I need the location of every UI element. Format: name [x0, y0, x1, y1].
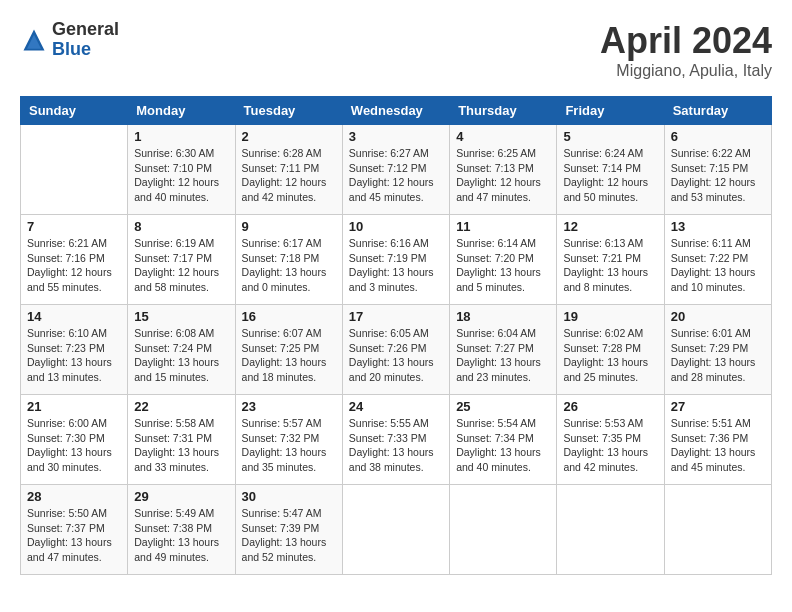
day-cell: 27Sunrise: 5:51 AMSunset: 7:36 PMDayligh… — [664, 395, 771, 485]
title-block: April 2024 Miggiano, Apulia, Italy — [600, 20, 772, 80]
day-info: Sunrise: 5:54 AMSunset: 7:34 PMDaylight:… — [456, 416, 550, 475]
day-info: Sunrise: 6:16 AMSunset: 7:19 PMDaylight:… — [349, 236, 443, 295]
day-number: 18 — [456, 309, 550, 324]
day-info: Sunrise: 6:05 AMSunset: 7:26 PMDaylight:… — [349, 326, 443, 385]
day-cell — [664, 485, 771, 575]
day-number: 30 — [242, 489, 336, 504]
day-number: 23 — [242, 399, 336, 414]
day-number: 1 — [134, 129, 228, 144]
day-number: 13 — [671, 219, 765, 234]
calendar-table: SundayMondayTuesdayWednesdayThursdayFrid… — [20, 96, 772, 575]
day-info: Sunrise: 6:11 AMSunset: 7:22 PMDaylight:… — [671, 236, 765, 295]
col-header-friday: Friday — [557, 97, 664, 125]
day-cell: 9Sunrise: 6:17 AMSunset: 7:18 PMDaylight… — [235, 215, 342, 305]
day-number: 17 — [349, 309, 443, 324]
day-info: Sunrise: 6:30 AMSunset: 7:10 PMDaylight:… — [134, 146, 228, 205]
day-number: 21 — [27, 399, 121, 414]
day-info: Sunrise: 6:19 AMSunset: 7:17 PMDaylight:… — [134, 236, 228, 295]
day-info: Sunrise: 6:17 AMSunset: 7:18 PMDaylight:… — [242, 236, 336, 295]
day-info: Sunrise: 5:51 AMSunset: 7:36 PMDaylight:… — [671, 416, 765, 475]
week-row-3: 14Sunrise: 6:10 AMSunset: 7:23 PMDayligh… — [21, 305, 772, 395]
day-number: 9 — [242, 219, 336, 234]
day-number: 10 — [349, 219, 443, 234]
day-number: 19 — [563, 309, 657, 324]
day-info: Sunrise: 6:10 AMSunset: 7:23 PMDaylight:… — [27, 326, 121, 385]
day-cell: 21Sunrise: 6:00 AMSunset: 7:30 PMDayligh… — [21, 395, 128, 485]
day-number: 20 — [671, 309, 765, 324]
day-cell: 10Sunrise: 6:16 AMSunset: 7:19 PMDayligh… — [342, 215, 449, 305]
day-cell: 13Sunrise: 6:11 AMSunset: 7:22 PMDayligh… — [664, 215, 771, 305]
day-cell: 3Sunrise: 6:27 AMSunset: 7:12 PMDaylight… — [342, 125, 449, 215]
day-info: Sunrise: 6:13 AMSunset: 7:21 PMDaylight:… — [563, 236, 657, 295]
day-cell: 25Sunrise: 5:54 AMSunset: 7:34 PMDayligh… — [450, 395, 557, 485]
col-header-wednesday: Wednesday — [342, 97, 449, 125]
day-info: Sunrise: 6:28 AMSunset: 7:11 PMDaylight:… — [242, 146, 336, 205]
col-header-thursday: Thursday — [450, 97, 557, 125]
day-cell: 14Sunrise: 6:10 AMSunset: 7:23 PMDayligh… — [21, 305, 128, 395]
day-number: 4 — [456, 129, 550, 144]
day-number: 29 — [134, 489, 228, 504]
week-row-2: 7Sunrise: 6:21 AMSunset: 7:16 PMDaylight… — [21, 215, 772, 305]
day-info: Sunrise: 6:08 AMSunset: 7:24 PMDaylight:… — [134, 326, 228, 385]
day-number: 16 — [242, 309, 336, 324]
day-cell: 30Sunrise: 5:47 AMSunset: 7:39 PMDayligh… — [235, 485, 342, 575]
day-cell: 19Sunrise: 6:02 AMSunset: 7:28 PMDayligh… — [557, 305, 664, 395]
calendar-header-row: SundayMondayTuesdayWednesdayThursdayFrid… — [21, 97, 772, 125]
col-header-sunday: Sunday — [21, 97, 128, 125]
day-cell: 2Sunrise: 6:28 AMSunset: 7:11 PMDaylight… — [235, 125, 342, 215]
day-number: 15 — [134, 309, 228, 324]
day-info: Sunrise: 6:25 AMSunset: 7:13 PMDaylight:… — [456, 146, 550, 205]
col-header-monday: Monday — [128, 97, 235, 125]
logo-icon — [20, 26, 48, 54]
day-cell: 29Sunrise: 5:49 AMSunset: 7:38 PMDayligh… — [128, 485, 235, 575]
day-info: Sunrise: 5:58 AMSunset: 7:31 PMDaylight:… — [134, 416, 228, 475]
day-number: 26 — [563, 399, 657, 414]
day-cell: 12Sunrise: 6:13 AMSunset: 7:21 PMDayligh… — [557, 215, 664, 305]
day-cell — [342, 485, 449, 575]
month-title: April 2024 — [600, 20, 772, 62]
day-number: 7 — [27, 219, 121, 234]
day-info: Sunrise: 6:04 AMSunset: 7:27 PMDaylight:… — [456, 326, 550, 385]
day-info: Sunrise: 5:57 AMSunset: 7:32 PMDaylight:… — [242, 416, 336, 475]
day-number: 24 — [349, 399, 443, 414]
day-cell: 8Sunrise: 6:19 AMSunset: 7:17 PMDaylight… — [128, 215, 235, 305]
day-cell: 18Sunrise: 6:04 AMSunset: 7:27 PMDayligh… — [450, 305, 557, 395]
day-cell: 16Sunrise: 6:07 AMSunset: 7:25 PMDayligh… — [235, 305, 342, 395]
col-header-saturday: Saturday — [664, 97, 771, 125]
day-number: 2 — [242, 129, 336, 144]
day-cell: 28Sunrise: 5:50 AMSunset: 7:37 PMDayligh… — [21, 485, 128, 575]
logo-blue-text: Blue — [52, 39, 91, 59]
day-number: 27 — [671, 399, 765, 414]
logo-general-text: General — [52, 19, 119, 39]
day-cell: 5Sunrise: 6:24 AMSunset: 7:14 PMDaylight… — [557, 125, 664, 215]
day-cell: 11Sunrise: 6:14 AMSunset: 7:20 PMDayligh… — [450, 215, 557, 305]
day-info: Sunrise: 5:55 AMSunset: 7:33 PMDaylight:… — [349, 416, 443, 475]
day-info: Sunrise: 6:07 AMSunset: 7:25 PMDaylight:… — [242, 326, 336, 385]
day-number: 6 — [671, 129, 765, 144]
day-info: Sunrise: 5:47 AMSunset: 7:39 PMDaylight:… — [242, 506, 336, 565]
day-number: 28 — [27, 489, 121, 504]
day-cell: 15Sunrise: 6:08 AMSunset: 7:24 PMDayligh… — [128, 305, 235, 395]
day-cell — [21, 125, 128, 215]
day-info: Sunrise: 6:22 AMSunset: 7:15 PMDaylight:… — [671, 146, 765, 205]
day-cell: 1Sunrise: 6:30 AMSunset: 7:10 PMDaylight… — [128, 125, 235, 215]
day-info: Sunrise: 6:02 AMSunset: 7:28 PMDaylight:… — [563, 326, 657, 385]
day-info: Sunrise: 6:21 AMSunset: 7:16 PMDaylight:… — [27, 236, 121, 295]
day-info: Sunrise: 6:01 AMSunset: 7:29 PMDaylight:… — [671, 326, 765, 385]
day-info: Sunrise: 5:49 AMSunset: 7:38 PMDaylight:… — [134, 506, 228, 565]
week-row-5: 28Sunrise: 5:50 AMSunset: 7:37 PMDayligh… — [21, 485, 772, 575]
day-cell: 24Sunrise: 5:55 AMSunset: 7:33 PMDayligh… — [342, 395, 449, 485]
day-cell: 22Sunrise: 5:58 AMSunset: 7:31 PMDayligh… — [128, 395, 235, 485]
day-info: Sunrise: 6:24 AMSunset: 7:14 PMDaylight:… — [563, 146, 657, 205]
week-row-4: 21Sunrise: 6:00 AMSunset: 7:30 PMDayligh… — [21, 395, 772, 485]
day-cell: 4Sunrise: 6:25 AMSunset: 7:13 PMDaylight… — [450, 125, 557, 215]
day-cell — [557, 485, 664, 575]
week-row-1: 1Sunrise: 6:30 AMSunset: 7:10 PMDaylight… — [21, 125, 772, 215]
day-number: 5 — [563, 129, 657, 144]
logo: General Blue — [20, 20, 119, 60]
day-number: 11 — [456, 219, 550, 234]
day-info: Sunrise: 5:53 AMSunset: 7:35 PMDaylight:… — [563, 416, 657, 475]
day-number: 22 — [134, 399, 228, 414]
day-cell: 23Sunrise: 5:57 AMSunset: 7:32 PMDayligh… — [235, 395, 342, 485]
day-cell — [450, 485, 557, 575]
